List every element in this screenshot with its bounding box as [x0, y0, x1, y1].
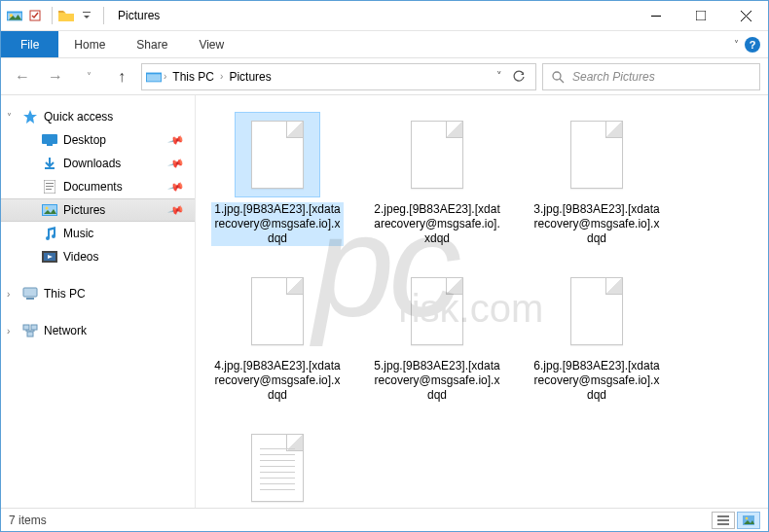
sidebar-item-documents[interactable]: Documents📌 — [1, 175, 195, 198]
desktop-icon — [42, 132, 57, 148]
file-thumbnail — [395, 269, 479, 353]
maximize-button[interactable] — [678, 1, 723, 30]
file-name: 4.jpg.[9B83AE23].[xdatarecovery@msgsafe.… — [211, 359, 344, 403]
sidebar-item-videos[interactable]: Videos — [1, 245, 195, 268]
status-item-count: 7 items — [9, 514, 47, 527]
svg-rect-27 — [717, 515, 729, 517]
svg-rect-23 — [26, 298, 34, 300]
file-item[interactable]: 3.jpg.[9B83AE23].[xdatarecovery@msgsafe.… — [531, 113, 663, 246]
file-page-icon — [570, 277, 623, 345]
nav-up-button[interactable]: ↑ — [108, 63, 135, 90]
search-box[interactable] — [542, 63, 760, 90]
svg-rect-29 — [717, 523, 729, 525]
search-icon — [551, 70, 565, 84]
titlebar-left: Pictures — [1, 5, 160, 26]
breadcrumb-pictures[interactable]: Pictures — [225, 68, 275, 86]
svg-point-19 — [46, 207, 49, 210]
qat-dropdown-button[interactable] — [76, 5, 97, 26]
quick-access-icon — [22, 109, 38, 124]
file-page-icon — [411, 121, 463, 189]
file-tab[interactable]: File — [1, 31, 58, 57]
file-thumbnail — [236, 426, 319, 508]
network-icon — [22, 323, 38, 338]
expand-caret-icon[interactable]: › — [7, 289, 10, 300]
minimize-button[interactable] — [634, 1, 678, 30]
svg-rect-8 — [147, 74, 161, 81]
file-thumbnail — [236, 269, 319, 353]
crumb-sep-icon[interactable]: › — [220, 71, 223, 82]
view-thumbnails-button[interactable] — [737, 512, 760, 529]
refresh-icon[interactable] — [512, 70, 526, 84]
ribbon-tab-share[interactable]: Share — [121, 31, 183, 57]
sidebar-item-music[interactable]: Music — [1, 222, 195, 245]
pin-icon: 📌 — [167, 201, 186, 219]
svg-rect-16 — [46, 189, 52, 190]
nav-label: This PC — [44, 287, 86, 301]
title-separator — [103, 7, 104, 24]
downloads-icon — [42, 156, 57, 171]
file-item[interactable]: 5.jpg.[9B83AE23].[xdatarecovery@msgsafe.… — [371, 269, 503, 403]
sidebar-item-label: Music — [63, 227, 93, 240]
file-item[interactable]: 2.jpeg.[9B83AE23].[xdatarecovery@msgsafe… — [371, 113, 503, 246]
file-thumbnail — [555, 269, 639, 353]
close-button[interactable] — [723, 1, 768, 30]
sidebar-item-label: Downloads — [63, 157, 121, 170]
nav-back-button[interactable]: ← — [9, 63, 36, 90]
view-details-button[interactable] — [712, 512, 735, 529]
address-box[interactable]: › This PC › Pictures ˅ — [141, 63, 536, 90]
file-view[interactable]: 1.jpg.[9B83AE23].[xdatarecovery@msgsafe.… — [196, 95, 768, 508]
nav-group-network: › Network — [1, 319, 195, 342]
nav-quick-access[interactable]: ˅ Quick access — [1, 105, 195, 128]
pin-icon: 📌 — [167, 178, 186, 195]
svg-rect-24 — [23, 325, 29, 330]
svg-point-31 — [746, 516, 749, 519]
file-item[interactable]: 1.jpg.[9B83AE23].[xdatarecovery@msgsafe.… — [211, 113, 344, 246]
ribbon-tab-view[interactable]: View — [183, 31, 239, 57]
nav-network[interactable]: › Network — [1, 319, 195, 342]
file-page-icon — [251, 121, 304, 189]
svg-rect-11 — [47, 144, 53, 146]
nav-recent-dropdown[interactable]: ˅ — [75, 63, 102, 90]
folder-type-icon — [7, 8, 22, 23]
file-page-icon — [411, 277, 463, 345]
expand-caret-icon[interactable]: › — [7, 326, 10, 337]
sidebar-item-pictures[interactable]: Pictures📌 — [1, 198, 195, 222]
folder-icon — [58, 8, 74, 23]
file-thumbnail — [395, 113, 479, 196]
videos-icon — [42, 249, 57, 265]
file-item[interactable]: 6.jpg.[9B83AE23].[xdatarecovery@msgsafe.… — [531, 269, 663, 403]
file-grid: 1.jpg.[9B83AE23].[xdatarecovery@msgsafe.… — [211, 113, 760, 508]
sidebar-item-label: Documents — [63, 180, 123, 194]
nav-group-this-pc: › This PC — [1, 282, 195, 305]
qat-separator — [52, 7, 53, 24]
breadcrumb-this-pc[interactable]: This PC — [168, 68, 218, 86]
nav-this-pc[interactable]: › This PC — [1, 282, 195, 305]
qat-properties-button[interactable] — [24, 5, 46, 26]
status-view-switch — [712, 512, 760, 529]
sidebar-item-downloads[interactable]: Downloads📌 — [1, 152, 195, 175]
nav-group-quick-access: ˅ Quick access Desktop📌Downloads📌Documen… — [1, 105, 195, 268]
file-name: 1.jpg.[9B83AE23].[xdatarecovery@msgsafe.… — [211, 202, 344, 246]
ribbon-expand-icon[interactable]: ˅ — [734, 39, 739, 50]
nav-label: Network — [44, 324, 87, 337]
address-folder-icon — [146, 69, 162, 85]
pictures-icon — [42, 202, 57, 218]
crumb-sep-icon[interactable]: › — [164, 71, 166, 82]
address-dropdown-icon[interactable]: ˅ — [496, 70, 502, 83]
help-button[interactable]: ? — [745, 37, 760, 53]
svg-rect-15 — [46, 186, 54, 187]
ribbon-tab-home[interactable]: Home — [58, 31, 121, 57]
file-item[interactable]: 4.jpg.[9B83AE23].[xdatarecovery@msgsafe.… — [211, 269, 344, 403]
address-bar: ← → ˅ ↑ › This PC › Pictures ˅ — [1, 58, 768, 95]
file-item[interactable]: readme-warning.txt — [211, 426, 344, 508]
sidebar-item-label: Pictures — [63, 203, 105, 217]
file-page-icon — [570, 121, 623, 189]
pin-icon: 📌 — [167, 155, 186, 172]
expand-caret-icon[interactable]: ˅ — [7, 112, 12, 123]
search-input[interactable] — [572, 70, 751, 84]
file-thumbnail — [236, 113, 319, 196]
ribbon: File Home Share View ˅ ? — [1, 31, 768, 58]
svg-rect-26 — [27, 332, 33, 337]
nav-forward-button[interactable]: → — [42, 63, 69, 90]
sidebar-item-desktop[interactable]: Desktop📌 — [1, 128, 195, 152]
